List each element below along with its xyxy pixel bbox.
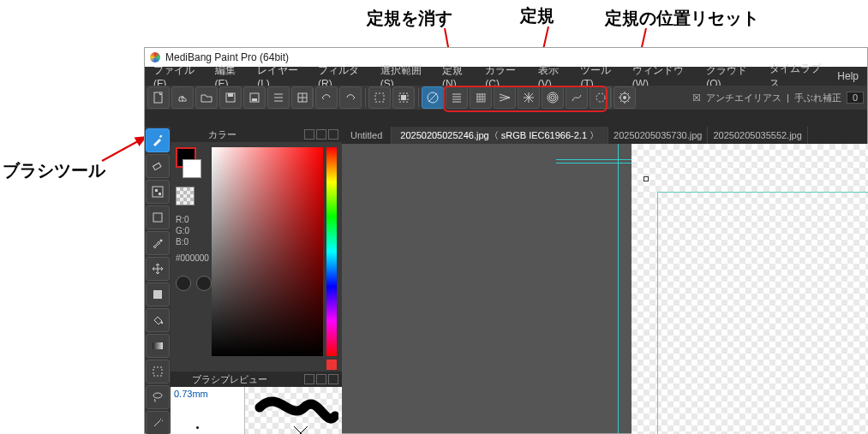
tb-ruler-concentric-icon[interactable] bbox=[542, 86, 564, 109]
tab-doc-3[interactable]: 20250205035730.jpg bbox=[608, 127, 708, 144]
tb-ruler-settings-icon[interactable] bbox=[614, 86, 636, 109]
brush-panel-title: ブラシプレビュー bbox=[192, 373, 267, 386]
tb-ruler-off-icon[interactable] bbox=[422, 86, 444, 109]
tool-move-icon[interactable] bbox=[146, 257, 170, 281]
tb-ruler-radial-icon[interactable] bbox=[518, 86, 540, 109]
color-panel-title: カラー bbox=[208, 128, 236, 141]
tb-redo-icon[interactable] bbox=[339, 86, 362, 109]
stabilizer-label: 手ぶれ補正 bbox=[794, 92, 841, 104]
svg-rect-26 bbox=[153, 213, 162, 222]
tool-magicwand-icon[interactable] bbox=[146, 411, 170, 434]
brush-size-label: 0.73mm bbox=[174, 389, 208, 399]
tool-fill-icon[interactable] bbox=[146, 282, 170, 306]
tb-new-icon[interactable] bbox=[147, 86, 170, 109]
tb-cloud-open-icon[interactable] bbox=[171, 86, 194, 109]
color-mode-icons bbox=[176, 276, 212, 291]
tool-gradient-icon[interactable] bbox=[146, 334, 170, 358]
brush-preview: 0.73mm bbox=[171, 387, 342, 434]
palette-icon-2[interactable] bbox=[196, 276, 212, 291]
tb-save-icon[interactable] bbox=[219, 86, 242, 109]
svg-line-3 bbox=[102, 137, 146, 161]
tool-eraser-icon[interactable] bbox=[146, 154, 170, 178]
tb-undo-icon[interactable] bbox=[315, 86, 338, 109]
tab-doc-4[interactable]: 20250205035552.jpg bbox=[708, 127, 807, 144]
tb-ruler-ellipse-icon[interactable] bbox=[590, 86, 612, 109]
brush-tip-dot bbox=[196, 426, 199, 429]
artboard[interactable] bbox=[342, 144, 867, 433]
background-swatch[interactable] bbox=[183, 159, 201, 178]
app-window: MediBang Paint Pro (64bit) ファイル(F) 編集(E)… bbox=[144, 47, 868, 434]
svg-rect-21 bbox=[159, 135, 163, 139]
panel-close-icon-2[interactable] bbox=[328, 374, 338, 384]
menu-help[interactable]: Help bbox=[832, 70, 864, 82]
transparent-swatch[interactable] bbox=[176, 187, 195, 205]
tb-ruler-parallel-icon[interactable] bbox=[446, 86, 468, 109]
tool-select-rect-icon[interactable] bbox=[146, 360, 170, 383]
tb-selectall-icon[interactable] bbox=[392, 86, 415, 109]
document-tabs: Untitled 20250205025246.jpg〈 sRGB IEC619… bbox=[342, 127, 867, 144]
toolbar-right-status: ☒ アンチエイリアス | 手ぶれ補正 0 bbox=[692, 86, 864, 110]
panel-opt-icon-2[interactable] bbox=[316, 374, 326, 384]
tb-ruler-curve-icon[interactable] bbox=[566, 86, 588, 109]
svg-point-18 bbox=[596, 93, 605, 102]
brush-preview-divider bbox=[244, 387, 245, 434]
hex-readout[interactable]: #000000 bbox=[176, 253, 209, 263]
canvas-area: Untitled 20250205025246.jpg〈 sRGB IEC619… bbox=[342, 127, 867, 433]
svg-line-14 bbox=[428, 93, 437, 102]
panel-min-icon-2[interactable] bbox=[304, 374, 314, 384]
tool-column bbox=[145, 127, 171, 433]
svg-point-20 bbox=[623, 96, 626, 99]
tool-lasso-icon[interactable] bbox=[146, 385, 170, 409]
svg-rect-30 bbox=[153, 342, 163, 349]
tb-grid-icon[interactable] bbox=[291, 86, 314, 109]
tb-open-icon[interactable] bbox=[195, 86, 218, 109]
svg-point-16 bbox=[549, 94, 556, 101]
panel-min-icon[interactable] bbox=[304, 129, 314, 140]
tb-ruler-vanish-icon[interactable] bbox=[494, 86, 516, 109]
anno-brush-tool: ブラシツール bbox=[3, 159, 105, 182]
tb-deselect-icon[interactable] bbox=[368, 86, 391, 109]
selection-handle[interactable] bbox=[644, 176, 649, 181]
panel-close-icon[interactable] bbox=[328, 129, 338, 140]
svg-point-29 bbox=[161, 322, 163, 324]
guide-vertical bbox=[618, 144, 619, 433]
svg-point-15 bbox=[551, 96, 554, 99]
svg-rect-24 bbox=[155, 189, 158, 192]
color-field[interactable] bbox=[212, 147, 323, 356]
anno-ruler-off: 定規を消す bbox=[367, 7, 452, 30]
tool-pen-icon[interactable] bbox=[146, 231, 170, 255]
tool-brush-icon[interactable] bbox=[146, 128, 170, 152]
arrow-brush-tool bbox=[99, 132, 151, 166]
palette-column: カラー R:0 G:0 B:0 #000000 bbox=[171, 127, 343, 433]
brush-stroke-preview bbox=[253, 392, 338, 434]
menubar: ファイル(F) 編集(E) レイヤー(L) フィルタ(R) 選択範囲(S) 定規… bbox=[145, 67, 867, 86]
tb-ruler-cross-icon[interactable] bbox=[470, 86, 492, 109]
tab-untitled[interactable]: Untitled bbox=[342, 127, 392, 144]
tb-list-icon[interactable] bbox=[267, 86, 290, 109]
tb-saveas-icon[interactable] bbox=[243, 86, 266, 109]
svg-rect-6 bbox=[228, 93, 233, 97]
panel-opt-icon[interactable] bbox=[316, 129, 326, 140]
color-panel: R:0 G:0 B:0 #000000 bbox=[171, 142, 342, 372]
tool-shape-icon[interactable] bbox=[146, 205, 170, 229]
main-toolbar: ☒ アンチエイリアス | 手ぶれ補正 0 bbox=[145, 86, 867, 110]
tab-strip bbox=[145, 110, 867, 127]
app-logo-icon bbox=[150, 52, 160, 62]
hue-indicator bbox=[326, 360, 337, 370]
hue-slider[interactable] bbox=[326, 147, 337, 356]
brush-panel-header: ブラシプレビュー bbox=[171, 372, 342, 387]
tool-dot-icon[interactable] bbox=[146, 180, 170, 204]
tool-bucket-icon[interactable] bbox=[146, 308, 170, 332]
aa-label: アンチエイリアス bbox=[706, 92, 781, 104]
svg-rect-22 bbox=[153, 163, 161, 169]
stabilizer-value[interactable]: 0 bbox=[847, 92, 864, 104]
tb-sep-label: | bbox=[787, 92, 789, 103]
page-outline bbox=[657, 192, 868, 434]
anno-ruler-reset: 定規の位置リセット bbox=[605, 7, 759, 30]
svg-rect-8 bbox=[252, 98, 257, 101]
palette-icon-1[interactable] bbox=[176, 276, 191, 291]
svg-rect-12 bbox=[401, 95, 406, 100]
tab-doc-2[interactable]: 20250205025246.jpg〈 sRGB IEC61966-2.1 〉 bbox=[392, 127, 608, 144]
aa-checkbox[interactable]: ☒ bbox=[692, 92, 701, 104]
canvas-paper[interactable] bbox=[632, 144, 868, 434]
